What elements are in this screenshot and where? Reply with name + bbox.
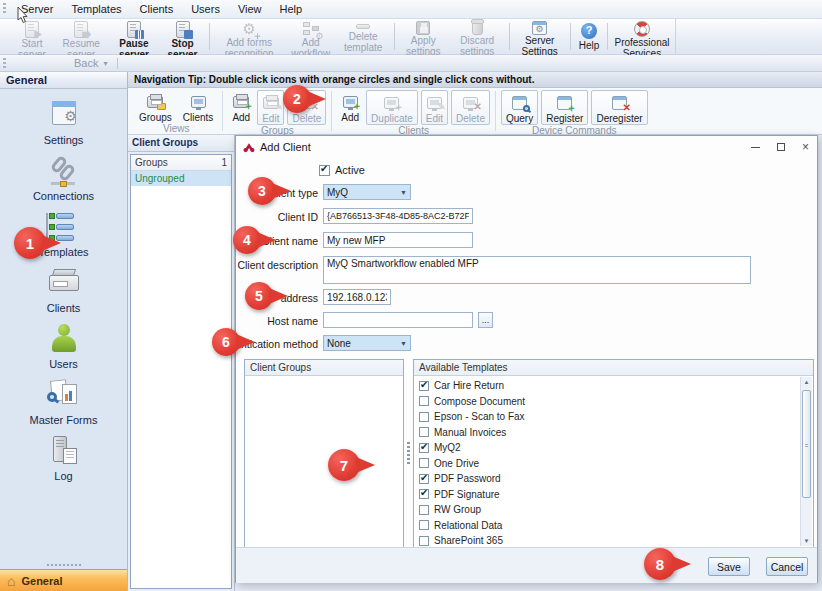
scrollbar-thumb[interactable] [802,390,811,498]
server-settings-icon: ⚙ [532,21,547,35]
template-checkbox[interactable] [419,381,429,391]
sidebar: General ⚙ Settings Connections Templates… [0,72,128,591]
register-button[interactable]: ＋ Register [541,90,588,125]
group-edit-button[interactable]: ✎ Edit [257,90,284,125]
toolbar-separator [209,23,210,50]
professional-services-button[interactable]: Professional Services [611,20,673,53]
client-name-input[interactable] [323,232,473,248]
stop-server-button[interactable]: Stop server [159,20,205,53]
navigation-tip: Navigation Tip: Double click icons with … [128,72,822,88]
annotation-3: 3 [248,177,276,205]
toolbar-separator [570,23,571,50]
group-add-button[interactable]: ＋ Add [228,90,254,125]
template-row[interactable]: PDF Password [414,472,800,486]
template-checkbox[interactable] [419,412,429,422]
master-forms-icon [45,378,83,412]
annotation-2: 2 [283,85,311,113]
help-button[interactable]: ? Help [574,20,605,53]
scroll-up-icon[interactable]: ▲ [802,377,811,387]
template-row[interactable]: Compose Document [414,394,800,408]
template-row[interactable]: Epson - Scan to Fax [414,410,800,424]
settings-icon: ⚙ [45,98,83,132]
cancel-button[interactable]: Cancel [766,557,808,576]
chevron-down-icon: ▼ [400,189,407,196]
panel-splitter[interactable] [406,359,410,548]
delete-template-button[interactable]: Delete template [335,20,391,53]
menu-users[interactable]: Users [182,1,229,17]
pause-server-button[interactable]: Pause server [109,20,160,53]
host-name-input[interactable] [323,312,473,328]
discard-settings-button[interactable]: Discard settings [449,20,506,53]
query-button[interactable]: Query [501,90,538,125]
template-row[interactable]: SharePoint 365 [414,534,800,548]
active-checkbox[interactable] [319,165,330,176]
minimize-button[interactable] [751,147,760,148]
template-checkbox[interactable] [419,520,429,530]
group-row-ungrouped[interactable]: Ungrouped [131,171,231,186]
template-checkbox[interactable] [419,396,429,406]
template-checkbox[interactable] [419,427,429,437]
clients-icon [45,266,83,300]
sidebar-item-users[interactable]: Users [45,322,83,370]
add-forms-recognition-button[interactable]: ⚙＋ Add forms recognition [212,20,286,53]
sidebar-splitter[interactable] [0,561,127,569]
template-checkbox[interactable] [419,505,429,515]
start-server-button[interactable]: Start server [10,20,54,53]
sidebar-item-settings[interactable]: ⚙ Settings [44,98,84,146]
dialog-title-bar[interactable]: Add Client × [236,136,817,158]
query-icon [512,96,527,110]
ip-address-input[interactable] [323,289,391,305]
client-id-input[interactable] [323,208,473,224]
maximize-button[interactable] [777,143,785,151]
templates-scrollbar[interactable]: ▲ ▼ [800,377,812,546]
client-type-dropdown[interactable]: MyQ ▼ [323,184,411,200]
template-row[interactable]: Manual Invoices [414,425,800,439]
sidebar-item-clients[interactable]: Clients [45,266,83,314]
server-settings-button[interactable]: ⚙ Server Settings [512,20,567,53]
workflow-icon: ⚙ [303,21,319,37]
template-row[interactable]: MyQ2 [414,441,800,455]
sidebar-item-connections[interactable]: Connections [33,154,94,202]
groups-column-header[interactable]: Groups 1 [131,155,231,171]
client-description-input[interactable] [323,256,751,284]
close-icon[interactable]: × [802,141,809,153]
groups-view-button[interactable]: Groups [135,90,176,123]
ribbon-group-label: Views [135,123,217,135]
template-checkbox[interactable] [419,536,429,546]
sidebar-item-master-forms[interactable]: Master Forms [30,378,98,426]
sidebar-footer-general[interactable]: ⌂ General [0,569,127,591]
server-stop-icon [176,21,190,38]
groups-count: 1 [221,157,227,168]
ribbon-separator [331,91,332,131]
template-row[interactable]: One Drive [414,456,800,470]
clients-view-button[interactable]: Clients [179,90,218,123]
sidebar-item-log[interactable]: Log [45,434,83,482]
menu-view[interactable]: View [229,1,271,17]
template-checkbox[interactable] [419,489,429,499]
template-row[interactable]: Relational Data [414,518,800,532]
authentication-method-dropdown[interactable]: None ▼ [323,335,411,351]
client-delete-button[interactable]: ✕ Delete [451,90,490,125]
menu-clients[interactable]: Clients [131,1,183,17]
resume-server-button[interactable]: Resume server [54,20,109,53]
menu-help[interactable]: Help [271,1,312,17]
back-button[interactable]: Back▾ [74,57,107,69]
client-edit-button[interactable]: ✎ Edit [421,90,448,125]
client-add-button[interactable]: ＋ Add [337,90,363,125]
template-checkbox[interactable] [419,443,429,453]
template-checkbox[interactable] [419,474,429,484]
apply-settings-button[interactable]: Apply settings [398,20,449,53]
template-row[interactable]: RW Group [414,503,800,517]
host-name-browse-button[interactable]: ... [478,312,493,328]
deregister-button[interactable]: ✕ Deregister [591,90,647,125]
deregister-icon: ✕ [612,96,627,110]
template-checkbox[interactable] [419,458,429,468]
save-button[interactable]: Save [708,557,750,576]
available-templates-header: Available Templates [414,360,813,376]
scroll-down-icon[interactable]: ▼ [802,536,811,546]
template-row[interactable]: Car Hire Return [414,379,800,393]
template-row[interactable]: PDF Signature [414,487,800,501]
menu-templates[interactable]: Templates [62,1,130,17]
add-workflow-button[interactable]: ⚙ Add workflow [286,20,335,53]
client-duplicate-button[interactable]: ＋ Duplicate [366,90,418,125]
